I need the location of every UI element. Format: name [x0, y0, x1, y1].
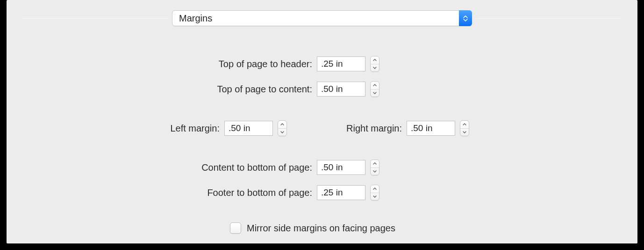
- row-top-to-header: Top of page to header:: [7, 51, 637, 76]
- stepper-up-icon[interactable]: [278, 121, 286, 129]
- label-top-to-content: Top of page to content:: [7, 84, 317, 95]
- row-side-margins: Left margin: Right margin:: [7, 116, 637, 141]
- row-mirror-margins: Mirror side margins on facing pages: [7, 216, 637, 240]
- row-top-to-content: Top of page to content:: [7, 76, 637, 102]
- stepper-up-icon[interactable]: [371, 185, 379, 193]
- stepper-top-to-content[interactable]: [370, 81, 379, 97]
- stepper-content-to-bottom[interactable]: [370, 160, 379, 175]
- input-right-margin[interactable]: [407, 121, 455, 136]
- input-left-margin[interactable]: [224, 121, 273, 136]
- margins-panel: Margins Top of page to header: Top of pa…: [7, 0, 637, 243]
- label-right-margin: Right margin:: [287, 123, 407, 134]
- margins-form: Top of page to header: Top of page to co…: [7, 51, 637, 240]
- input-content-to-bottom[interactable]: [317, 160, 365, 175]
- stepper-up-icon[interactable]: [371, 160, 379, 168]
- stepper-down-icon[interactable]: [460, 129, 469, 136]
- row-content-to-bottom: Content to bottom of page:: [7, 155, 637, 180]
- stepper-left-margin[interactable]: [278, 120, 287, 136]
- stepper-down-icon[interactable]: [371, 168, 379, 175]
- input-top-to-content[interactable]: [317, 82, 365, 97]
- separator-line-left: [22, 18, 168, 19]
- separator-line-right: [476, 18, 622, 19]
- stepper-down-icon[interactable]: [278, 129, 286, 136]
- section-separator: Margins: [22, 18, 622, 19]
- stepper-up-icon[interactable]: [460, 121, 469, 129]
- updown-arrows-icon: [459, 10, 472, 26]
- label-content-to-bottom: Content to bottom of page:: [7, 162, 317, 173]
- label-footer-to-bottom: Footer to bottom of page:: [7, 188, 317, 198]
- label-mirror-margins: Mirror side margins on facing pages: [247, 223, 395, 234]
- stepper-footer-to-bottom[interactable]: [370, 185, 379, 201]
- row-footer-to-bottom: Footer to bottom of page:: [7, 180, 637, 205]
- stepper-top-to-header[interactable]: [370, 56, 379, 72]
- stepper-up-icon[interactable]: [371, 82, 379, 90]
- section-dropdown-label: Margins: [172, 13, 459, 24]
- input-top-to-header[interactable]: [317, 56, 365, 71]
- stepper-down-icon[interactable]: [371, 64, 379, 72]
- section-dropdown[interactable]: Margins: [172, 10, 472, 26]
- checkbox-mirror-margins[interactable]: [230, 222, 241, 234]
- input-footer-to-bottom[interactable]: [317, 185, 365, 200]
- stepper-down-icon[interactable]: [371, 90, 379, 97]
- label-top-to-header: Top of page to header:: [7, 59, 317, 69]
- stepper-down-icon[interactable]: [371, 193, 379, 201]
- stepper-up-icon[interactable]: [371, 56, 379, 64]
- label-left-margin: Left margin:: [7, 123, 224, 134]
- stepper-right-margin[interactable]: [460, 120, 469, 136]
